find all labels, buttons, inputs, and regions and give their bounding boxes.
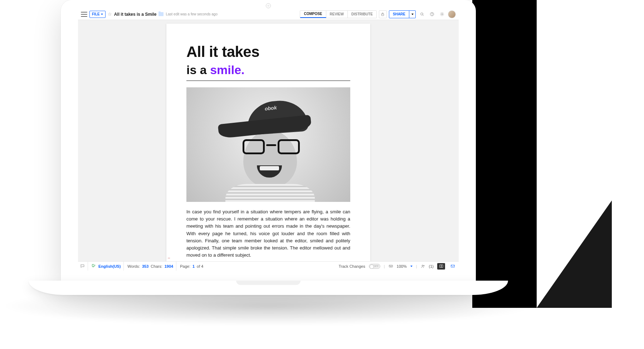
laptop-base	[29, 281, 508, 295]
collaborators-icon[interactable]	[421, 264, 425, 268]
page-current[interactable]: 1	[192, 264, 195, 268]
heading-line-1[interactable]: All it takes	[186, 44, 350, 60]
camera-icon	[266, 3, 271, 8]
heading-accent: smile.	[210, 63, 244, 77]
file-menu-button[interactable]: FILE	[89, 11, 106, 18]
heading-line-2[interactable]: is a smile.	[186, 63, 350, 77]
help-icon	[430, 12, 434, 16]
heading-rule	[186, 81, 350, 81]
svg-point-8	[423, 265, 424, 266]
spellcheck-icon[interactable]	[92, 264, 96, 268]
heading-prefix: is a	[186, 63, 210, 77]
decorative-dark-flap	[537, 200, 612, 308]
words-count[interactable]: 353	[142, 264, 148, 268]
share-dropdown[interactable]	[409, 11, 415, 18]
mail-icon	[450, 264, 455, 268]
help-button[interactable]	[428, 10, 436, 18]
view-pages-button[interactable]	[437, 263, 445, 270]
mode-switcher: COMPOSE REVIEW DISTRIBUTE	[300, 10, 377, 18]
tab-compose[interactable]: COMPOSE	[300, 11, 326, 18]
document-page[interactable]: All it takes is a smile. obok	[166, 24, 370, 261]
collaborator-count: (1)	[429, 264, 434, 268]
document-title[interactable]: All it takes is a Smile	[114, 12, 157, 17]
track-state: OFF	[373, 265, 379, 268]
keyboard-icon[interactable]	[389, 264, 393, 268]
chars-count[interactable]: 1904	[165, 264, 173, 268]
gear-icon	[440, 12, 444, 16]
document-image[interactable]: obok	[186, 87, 350, 202]
chevron-down-icon[interactable]	[410, 266, 413, 267]
user-avatar[interactable]	[448, 10, 456, 18]
tab-distribute[interactable]: DISTRIBUTE	[348, 11, 376, 18]
chevron-down-icon	[101, 14, 103, 15]
laptop-frame: FILE ☆ All it takes is a Smile Last edit…	[61, 0, 476, 311]
lock-button[interactable]	[379, 10, 387, 18]
language-selector[interactable]: English(US)	[98, 264, 121, 268]
last-edit-status: Last edit was a few seconds ago	[166, 12, 218, 16]
svg-rect-0	[382, 14, 384, 16]
svg-point-3	[432, 15, 432, 15]
book-icon	[439, 264, 444, 268]
track-changes-label: Track Changes	[339, 264, 365, 268]
decorative-dark-panel	[472, 0, 537, 308]
page-label: Page:	[180, 264, 190, 268]
file-menu-label: FILE	[92, 12, 100, 16]
app-screen: FILE ☆ All it takes is a Smile Last edit…	[78, 9, 459, 271]
lock-icon	[380, 12, 385, 16]
feedback-button[interactable]	[449, 263, 457, 270]
chars-label: Chars:	[151, 264, 162, 268]
svg-point-1	[420, 13, 423, 15]
share-button[interactable]: SHARE	[389, 11, 409, 18]
body-paragraph[interactable]: In case you find yourself in a situation…	[186, 208, 350, 259]
zoom-level[interactable]: 100%	[397, 264, 407, 268]
search-button[interactable]	[418, 10, 426, 18]
share-button-group: SHARE	[389, 10, 416, 18]
star-icon[interactable]: ☆	[108, 11, 112, 17]
svg-rect-9	[451, 265, 454, 267]
settings-button[interactable]	[438, 10, 446, 18]
comment-icon[interactable]	[80, 264, 85, 268]
menu-button[interactable]	[81, 12, 87, 17]
top-toolbar: FILE ☆ All it takes is a Smile Last edit…	[78, 9, 459, 20]
svg-rect-6	[389, 265, 392, 267]
status-bar: English(US) Words: 353 Chars: 1904 Page:…	[78, 261, 459, 271]
document-canvas[interactable]: All it takes is a smile. obok	[78, 20, 459, 261]
ruler-markers: ▫▫	[168, 256, 170, 260]
svg-rect-5	[92, 265, 94, 266]
words-label: Words:	[127, 264, 140, 268]
svg-point-4	[441, 14, 442, 15]
portrait-illustration: obok	[215, 94, 322, 202]
search-icon	[420, 12, 424, 16]
tab-review[interactable]: REVIEW	[326, 11, 348, 18]
track-changes-toggle[interactable]: OFF	[369, 264, 380, 269]
svg-point-7	[422, 265, 423, 266]
folder-icon[interactable]	[158, 12, 164, 16]
chevron-down-icon	[411, 14, 414, 15]
page-total: of 4	[197, 264, 203, 268]
